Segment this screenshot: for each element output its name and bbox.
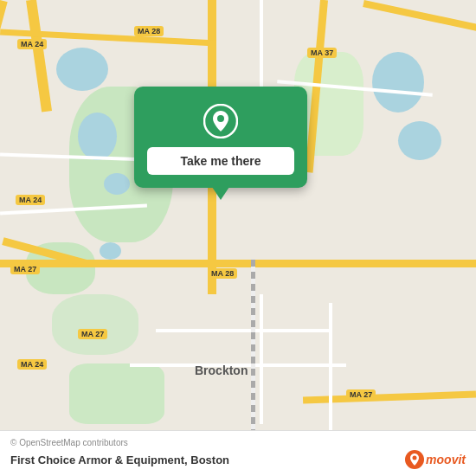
label-ma27-btm-left: MA 27 xyxy=(78,329,107,339)
road-white-4 xyxy=(260,294,263,424)
railroad-line xyxy=(251,260,255,433)
location-name: First Choice Armor & Equipment, Boston xyxy=(10,453,229,466)
location-title-bar: First Choice Armor & Equipment, Boston m… xyxy=(10,450,466,469)
road-white-7 xyxy=(329,303,332,433)
svg-point-3 xyxy=(413,456,417,460)
green-area-3 xyxy=(52,294,138,355)
water-2 xyxy=(78,113,117,160)
moovit-brand-name: moovit xyxy=(426,453,466,466)
water-3 xyxy=(104,173,130,195)
water-5 xyxy=(372,52,424,113)
label-ma27-btm-right: MA 27 xyxy=(346,389,376,400)
green-area-5 xyxy=(69,363,164,424)
label-ma28-top: MA 28 xyxy=(134,26,164,36)
water-1 xyxy=(56,48,108,91)
map-container: MA 24 MA 28 MA 37 MA 24 MA 27 MA 28 MA 2… xyxy=(0,0,476,476)
water-4 xyxy=(100,242,121,260)
label-ma24-mid: MA 24 xyxy=(16,195,45,205)
map-attribution: © OpenStreetMap contributors xyxy=(10,438,466,447)
svg-point-1 xyxy=(217,115,224,122)
moovit-logo-icon xyxy=(405,450,424,469)
label-ma27-left: MA 27 xyxy=(10,264,40,274)
location-pin-icon xyxy=(203,104,238,138)
road-white-2 xyxy=(156,329,329,332)
city-label: Brockton xyxy=(195,363,248,377)
moovit-logo: moovit xyxy=(405,450,466,469)
label-ma28-mid: MA 28 xyxy=(208,268,237,279)
label-ma37: MA 37 xyxy=(307,48,337,58)
label-ma24-top: MA 24 xyxy=(17,39,47,49)
label-ma24-btm: MA 24 xyxy=(17,359,47,370)
bottom-bar: © OpenStreetMap contributors First Choic… xyxy=(0,430,476,476)
take-me-there-button[interactable]: Take me there xyxy=(147,147,294,175)
water-6 xyxy=(398,121,441,160)
popup-card: Take me there xyxy=(134,87,307,188)
